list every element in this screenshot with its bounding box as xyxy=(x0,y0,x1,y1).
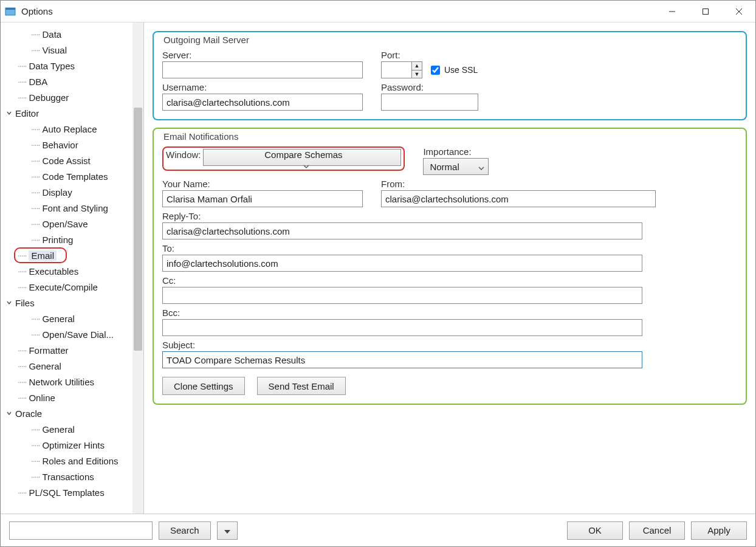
minimize-button[interactable] xyxy=(655,1,689,22)
cc-input[interactable] xyxy=(162,287,642,304)
replyto-input[interactable] xyxy=(162,222,642,239)
sidebar-scrollbar[interactable] xyxy=(132,22,143,514)
tree-item-label: Code Assist xyxy=(42,156,90,166)
tree-item-label: Behavior xyxy=(42,140,78,150)
tree-item[interactable]: Oracle xyxy=(1,405,132,421)
tree-item-label: Data xyxy=(42,29,61,40)
group-title: Outgoing Mail Server xyxy=(162,35,250,45)
tree-item[interactable]: ·····Optimizer Hints xyxy=(1,437,132,453)
tree-item[interactable]: ·····Code Templates xyxy=(1,168,132,184)
tree-item[interactable]: ·····Formatter xyxy=(1,342,132,358)
tree-item[interactable]: ·····Visual xyxy=(1,42,132,58)
use-ssl-checkbox[interactable] xyxy=(431,66,440,75)
bottom-bar: Search OK Cancel Apply xyxy=(1,514,755,546)
app-icon xyxy=(4,5,16,18)
tree-branch-line: ····· xyxy=(18,377,26,387)
server-input[interactable] xyxy=(162,61,363,78)
tree-item-label: Font and Styling xyxy=(42,203,108,213)
options-tree: ·····Data·····Visual·····Data Types·····… xyxy=(1,22,132,514)
from-input[interactable] xyxy=(381,190,656,207)
bcc-input[interactable] xyxy=(162,319,642,336)
tree-item-label: Debugger xyxy=(29,92,69,103)
tree-branch-line: ····· xyxy=(18,92,26,102)
username-input[interactable] xyxy=(162,94,363,111)
tree-item-label: Oracle xyxy=(15,408,42,419)
search-button[interactable]: Search xyxy=(159,521,211,540)
tree-item[interactable]: ·····Data Types xyxy=(1,58,132,74)
yourname-label: Your Name: xyxy=(162,179,363,189)
port-input[interactable] xyxy=(381,61,411,78)
search-input[interactable] xyxy=(9,521,153,540)
tree-item[interactable]: ·····Executables xyxy=(1,263,132,279)
ok-button[interactable]: OK xyxy=(567,521,623,540)
importance-dropdown-value: Normal xyxy=(430,162,472,172)
search-dropdown-button[interactable] xyxy=(217,521,238,540)
tree-branch-line: ····· xyxy=(18,250,26,260)
content-pane: Outgoing Mail Server Server: Port: ▲ xyxy=(144,22,755,514)
tree-item[interactable]: ·····Email xyxy=(1,247,132,263)
tree-item-label: Executables xyxy=(29,266,78,277)
tree-item[interactable]: ·····General xyxy=(1,311,132,326)
tree-branch-line: ····· xyxy=(18,77,26,86)
tree-item[interactable]: ·····General xyxy=(1,421,132,437)
tree-item[interactable]: ·····DBA xyxy=(1,74,132,89)
tree-item[interactable]: ·····Font and Styling xyxy=(1,200,132,216)
tree-branch-line: ····· xyxy=(18,266,26,276)
tree-item[interactable]: ·····Online xyxy=(1,390,132,405)
tree-item[interactable]: ·····Data xyxy=(1,26,132,42)
importance-dropdown[interactable]: Normal xyxy=(423,158,489,175)
port-spinner[interactable]: ▲ ▼ xyxy=(381,61,422,78)
tree-item-label: General xyxy=(42,314,74,324)
tree-item[interactable]: ·····Open/Save Dial... xyxy=(1,326,132,342)
tree-item[interactable]: ·····Code Assist xyxy=(1,153,132,168)
tree-branch-line: ····· xyxy=(31,424,40,434)
to-input[interactable] xyxy=(162,255,642,272)
tree-item[interactable]: ·····Network Utilities xyxy=(1,374,132,390)
tree-branch-line: ····· xyxy=(31,171,40,181)
window-dropdown[interactable]: Compare Schemas xyxy=(203,149,401,166)
chevron-down-icon[interactable] xyxy=(4,410,14,416)
tree-item-label: Online xyxy=(29,393,55,403)
tree-item-label: Printing xyxy=(42,235,73,245)
tree-item[interactable]: ·····General xyxy=(1,358,132,374)
to-label: To: xyxy=(162,243,737,253)
tree-item[interactable]: ·····Auto Replace xyxy=(1,121,132,137)
tree-item[interactable]: ·····Roles and Editions xyxy=(1,453,132,469)
cancel-button[interactable]: Cancel xyxy=(629,521,685,540)
chevron-down-icon[interactable] xyxy=(4,300,14,306)
tree-item[interactable]: ·····Open/Save xyxy=(1,216,132,232)
tree-item[interactable]: ·····Behavior xyxy=(1,137,132,153)
maximize-button[interactable] xyxy=(689,1,722,22)
tree-item[interactable]: Editor xyxy=(1,105,132,121)
apply-button[interactable]: Apply xyxy=(691,521,747,540)
send-test-email-button[interactable]: Send Test Email xyxy=(257,377,346,395)
titlebar: Options xyxy=(1,1,755,22)
window-title: Options xyxy=(21,6,53,16)
use-ssl-label: Use SSL xyxy=(444,65,478,75)
chevron-down-icon[interactable] xyxy=(4,110,14,116)
tree-item-label: Open/Save Dial... xyxy=(42,329,114,340)
port-spin-up[interactable]: ▲ xyxy=(412,62,422,71)
clone-settings-button[interactable]: Clone Settings xyxy=(162,377,245,395)
tree-item[interactable]: ·····Transactions xyxy=(1,469,132,484)
close-button[interactable] xyxy=(722,1,755,22)
tree-item[interactable]: ·····Display xyxy=(1,184,132,200)
tree-branch-line: ····· xyxy=(31,440,40,450)
tree-branch-line: ····· xyxy=(31,329,40,339)
tree-item-label: General xyxy=(42,424,74,435)
tree-item[interactable]: Files xyxy=(1,295,132,311)
server-label: Server: xyxy=(162,50,363,60)
tree-item[interactable]: ·····PL/SQL Templates xyxy=(1,484,132,500)
tree-item[interactable]: ·····Execute/Compile xyxy=(1,279,132,295)
scroll-thumb[interactable] xyxy=(134,108,142,351)
svg-rect-1 xyxy=(5,8,15,10)
tree-item[interactable]: ·····Debugger xyxy=(1,89,132,105)
tree-item[interactable]: ·····Printing xyxy=(1,232,132,247)
window-field-highlight: Window: Compare Schemas xyxy=(162,146,405,171)
yourname-input[interactable] xyxy=(162,190,363,207)
tree-item-label: Formatter xyxy=(29,345,68,356)
password-input[interactable] xyxy=(381,94,478,111)
subject-input[interactable] xyxy=(162,351,642,368)
port-spin-down[interactable]: ▼ xyxy=(412,71,422,78)
subject-label: Subject: xyxy=(162,340,737,350)
